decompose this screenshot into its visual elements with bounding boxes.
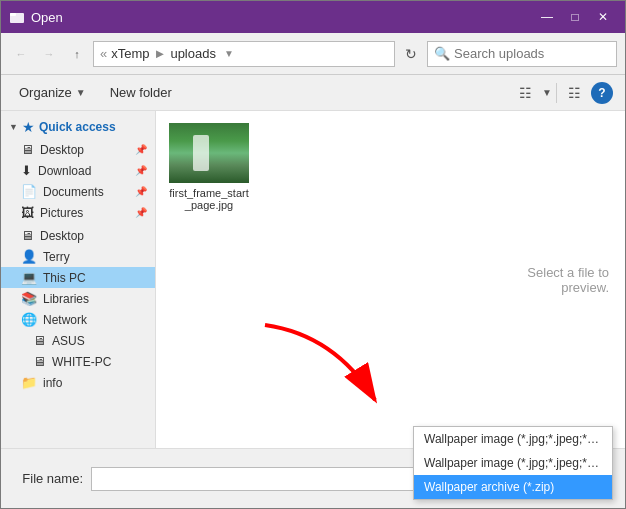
minimize-button[interactable]: — [533,3,561,31]
refresh-button[interactable]: ↻ [399,42,423,66]
sidebar: ▼ ★ Quick access 🖥 Desktop 📌 ⬇ Download … [1,111,156,448]
pin-icon-2: 📌 [135,165,147,176]
window-controls: — □ ✕ [533,3,617,31]
sidebar-item-pictures-pinned[interactable]: 🖼 Pictures 📌 [1,202,155,223]
view-dropdown-arrow: ▼ [542,87,552,98]
file-thumbnail [169,123,249,183]
breadcrumb-xtemp[interactable]: xTemp [111,46,149,61]
pin-icon-3: 📌 [135,186,147,197]
sidebar-item-desktop-pinned[interactable]: 🖥 Desktop 📌 [1,139,155,160]
breadcrumb-dropdown-arrow[interactable]: ▼ [224,48,234,59]
desktop-pinned-icon: 🖥 [21,142,34,157]
sidebar-item-terry[interactable]: 👤 Terry [1,246,155,267]
sidebar-item-asus[interactable]: 🖥 ASUS [1,330,155,351]
sidebar-item-white-pc[interactable]: 🖥 WHITE-PC [1,351,155,372]
file-area: first_frame_start_page.jpg Select a file… [156,111,625,448]
sidebar-item-network-label: Network [43,313,87,327]
sidebar-quickaccess-header[interactable]: ▼ ★ Quick access [1,115,155,139]
sidebar-item-desktop-pinned-label: Desktop [40,143,84,157]
toolbar-separator [556,83,557,103]
search-input[interactable] [454,46,622,61]
view-button[interactable]: ☷ [512,80,538,106]
quickaccess-expand-arrow: ▼ [9,122,18,132]
asus-icon: 🖥 [33,333,46,348]
pin-icon: 📌 [135,144,147,155]
new-folder-button[interactable]: New folder [104,81,178,104]
documents-pinned-icon: 📄 [21,184,37,199]
quickaccess-star-icon: ★ [22,119,35,135]
sidebar-item-download-pinned[interactable]: ⬇ Download 📌 [1,160,155,181]
dropdown-item-wallpaper-img-2[interactable]: Wallpaper image (*.jpg;*.jpeg;*.png;*.s [414,451,612,475]
sidebar-item-documents-pinned-label: Documents [43,185,104,199]
download-pinned-icon: ⬇ [21,163,32,178]
breadcrumb[interactable]: « xTemp ► uploads ▼ [93,41,395,67]
sidebar-item-desktop[interactable]: 🖥 Desktop [1,225,155,246]
sidebar-item-pictures-pinned-label: Pictures [40,206,83,220]
libraries-icon: 📚 [21,291,37,306]
breadcrumb-uploads[interactable]: uploads [170,46,216,61]
filename-label: File name: [13,471,83,486]
toolbar: Organize ▼ New folder ☷ ▼ ☷ ? [1,75,625,111]
svg-rect-1 [10,13,16,16]
up-button[interactable]: ↑ [65,42,89,66]
help-button[interactable]: ? [591,82,613,104]
details-pane-button[interactable]: ☷ [561,80,587,106]
window-icon [9,9,25,25]
desktop-icon: 🖥 [21,228,34,243]
file-type-dropdown[interactable]: Wallpaper image (*.jpg;*.jpeg;*.png;*.s … [413,426,613,500]
close-button[interactable]: ✕ [589,3,617,31]
sidebar-item-this-pc-label: This PC [43,271,86,285]
address-bar: ← → ↑ « xTemp ► uploads ▼ ↻ 🔍 [1,33,625,75]
breadcrumb-prefix: « [100,46,107,61]
back-button[interactable]: ← [9,42,33,66]
bottom-bar: File name: Wallpaper image (*.jpg;*.jpeg… [1,448,625,508]
maximize-button[interactable]: □ [561,3,589,31]
forward-button[interactable]: → [37,42,61,66]
list-item[interactable]: first_frame_start_page.jpg [164,119,254,215]
sidebar-section-quickaccess: ▼ ★ Quick access 🖥 Desktop 📌 ⬇ Download … [1,115,155,223]
new-folder-label: New folder [110,85,172,100]
window-title: Open [31,10,533,25]
sidebar-item-network[interactable]: 🌐 Network [1,309,155,330]
dropdown-item-wallpaper-img-1[interactable]: Wallpaper image (*.jpg;*.jpeg;*.png;*.s [414,427,612,451]
pictures-pinned-icon: 🖼 [21,205,34,220]
sidebar-item-download-pinned-label: Download [38,164,91,178]
open-dialog: Open — □ ✕ ← → ↑ « xTemp ► uploads ▼ ↻ 🔍… [0,0,626,509]
toolbar-right: ☷ ▼ ☷ ? [512,80,613,106]
breadcrumb-separator: ► [154,46,167,61]
sidebar-item-info-label: info [43,376,62,390]
search-icon: 🔍 [434,46,450,61]
title-bar: Open — □ ✕ [1,1,625,33]
terry-icon: 👤 [21,249,37,264]
sidebar-item-libraries-label: Libraries [43,292,89,306]
info-folder-icon: 📁 [21,375,37,390]
main-content: ▼ ★ Quick access 🖥 Desktop 📌 ⬇ Download … [1,111,625,448]
sidebar-item-this-pc[interactable]: 💻 This PC [1,267,155,288]
sidebar-item-documents-pinned[interactable]: 📄 Documents 📌 [1,181,155,202]
network-icon: 🌐 [21,312,37,327]
search-box[interactable]: 🔍 [427,41,617,67]
sidebar-item-desktop-label: Desktop [40,229,84,243]
dropdown-item-wallpaper-archive[interactable]: Wallpaper archive (*.zip) [414,475,612,499]
sidebar-item-libraries[interactable]: 📚 Libraries [1,288,155,309]
sidebar-item-info[interactable]: 📁 info [1,372,155,393]
pin-icon-4: 📌 [135,207,147,218]
this-pc-icon: 💻 [21,270,37,285]
white-pc-icon: 🖥 [33,354,46,369]
preview-text: Select a file topreview. [527,265,609,295]
sidebar-item-terry-label: Terry [43,250,70,264]
red-arrow-annotation [255,315,395,418]
sidebar-item-white-pc-label: WHITE-PC [52,355,111,369]
organize-dropdown-arrow: ▼ [76,87,86,98]
organize-button[interactable]: Organize ▼ [13,81,92,104]
file-grid: first_frame_start_page.jpg [164,119,617,215]
quickaccess-label: Quick access [39,120,116,134]
organize-label: Organize [19,85,72,100]
sidebar-item-asus-label: ASUS [52,334,85,348]
file-name: first_frame_start_page.jpg [168,187,250,211]
